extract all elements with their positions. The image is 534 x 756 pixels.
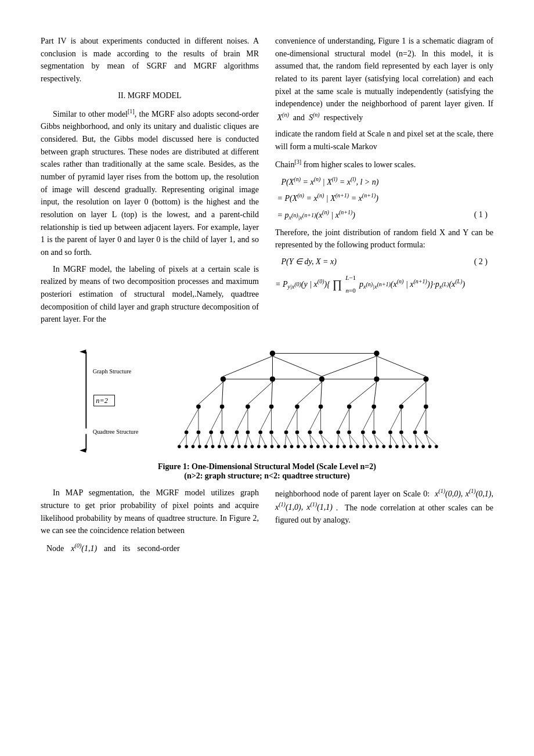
svg-point-101 [435,445,438,448]
l1-n5 [295,405,300,409]
svg-point-29 [269,430,273,434]
node-and: and [104,542,116,555]
svg-line-131 [363,435,370,445]
l1-n6 [319,405,323,409]
svg-line-137 [401,435,410,445]
l1-n1 [196,405,201,409]
svg-point-85 [330,445,333,448]
svg-line-119 [286,435,291,445]
leaf-nodes [178,445,438,448]
svg-line-107 [211,435,213,445]
math-Sn: S(n) [309,113,320,122]
svg-line-54 [338,409,349,430]
svg-point-98 [415,445,418,448]
math-Xn: X(n) [277,113,289,122]
two-column-layout: Part IV is about experiments conducted i… [41,35,493,330]
svg-point-62 [178,445,181,448]
svg-line-127 [338,435,344,445]
svg-point-69 [224,445,228,448]
l2-node-2 [270,376,275,381]
svg-line-50 [286,409,297,430]
svg-line-109 [222,435,226,445]
svg-point-23 [197,430,201,434]
l1-n2 [220,405,225,409]
svg-line-118 [285,435,286,445]
figure-caption-line2: (n>2: graph structure; n<2: quadtree str… [184,471,349,480]
product-symbol: ∏ [333,272,342,296]
node-math-expr: x(0)(1,1) [71,541,97,555]
figure-1-svg: Graph Structure Quadtree Structure n=2 [70,340,464,456]
bottom-edges [186,409,426,430]
svg-line-56 [363,409,374,430]
svg-point-35 [347,430,351,434]
svg-point-26 [235,430,239,434]
svg-point-25 [220,430,224,434]
svg-line-104 [193,435,199,445]
math-x1-00: x(1)(0,0), x(1)(0,1), x(1)(1,0), x(1)(1,… [275,489,493,512]
svg-line-17 [321,382,322,405]
svg-line-9 [322,356,376,376]
figure-caption-line1: Figure 1: One-Dimensional Structural Mod… [158,462,376,471]
svg-point-34 [336,430,340,434]
page: Part IV is about experiments conducted i… [0,0,534,756]
svg-point-78 [283,445,287,448]
l2-node-3 [319,376,324,381]
right-column: convenience of understanding, Figure 1 i… [275,35,493,330]
svg-point-80 [297,445,300,448]
l1-n3 [246,405,250,409]
svg-point-32 [308,430,312,434]
svg-point-30 [284,430,288,434]
l1-n8 [371,405,376,409]
svg-line-48 [261,409,272,430]
svg-line-52 [310,409,321,430]
svg-line-115 [261,435,266,445]
right-para1: convenience of understanding, Figure 1 i… [275,35,493,124]
svg-point-65 [198,445,201,448]
svg-point-70 [231,445,234,448]
svg-point-84 [323,445,326,448]
bottom-right-col: neighborhood node of parent layer on Sca… [275,487,493,559]
svg-point-73 [251,445,254,448]
node-label: Node [46,542,64,555]
svg-point-66 [204,445,208,448]
svg-point-67 [211,445,215,448]
l2-node-4 [374,376,379,381]
n2-label: n=2 [96,397,108,405]
svg-point-68 [218,445,221,448]
svg-point-88 [349,445,353,448]
bottom-right-para: neighborhood node of parent layer on Sca… [275,487,493,526]
svg-line-121 [297,435,305,445]
equation-2a: P(Y ∈ dy, X = x) ( 2 ) [275,255,493,268]
svg-line-16 [297,382,322,405]
bottom-left-col: In MAP segmentation, the MGRF model util… [41,487,259,559]
svg-point-28 [258,430,262,434]
svg-line-8 [272,356,322,376]
svg-point-100 [428,445,432,448]
svg-point-76 [270,445,274,448]
svg-line-58 [391,409,402,430]
svg-line-11 [377,356,426,376]
svg-point-89 [356,445,359,448]
top-node-2 [374,351,379,356]
svg-line-112 [246,435,248,445]
svg-line-46 [237,409,248,430]
svg-line-60 [415,409,426,430]
svg-point-40 [413,430,417,434]
left-para1: Part IV is about experiments conducted i… [41,35,259,85]
svg-line-126 [338,435,338,445]
svg-point-94 [389,445,392,448]
right-para2: indicate the random field at Scale n and… [275,128,493,153]
svg-line-135 [391,435,397,445]
svg-line-110 [233,435,237,445]
svg-line-124 [321,435,325,445]
top-node-1 [270,351,275,356]
figure-caption: Figure 1: One-Dimensional Structural Mod… [41,462,493,481]
svg-line-105 [199,435,200,445]
l1-n10 [424,405,428,409]
graph-structure-label: Graph Structure [93,369,132,375]
svg-line-140 [426,435,430,445]
svg-line-141 [426,435,436,445]
svg-point-39 [399,430,403,434]
svg-line-117 [272,435,279,445]
svg-point-95 [395,445,399,448]
